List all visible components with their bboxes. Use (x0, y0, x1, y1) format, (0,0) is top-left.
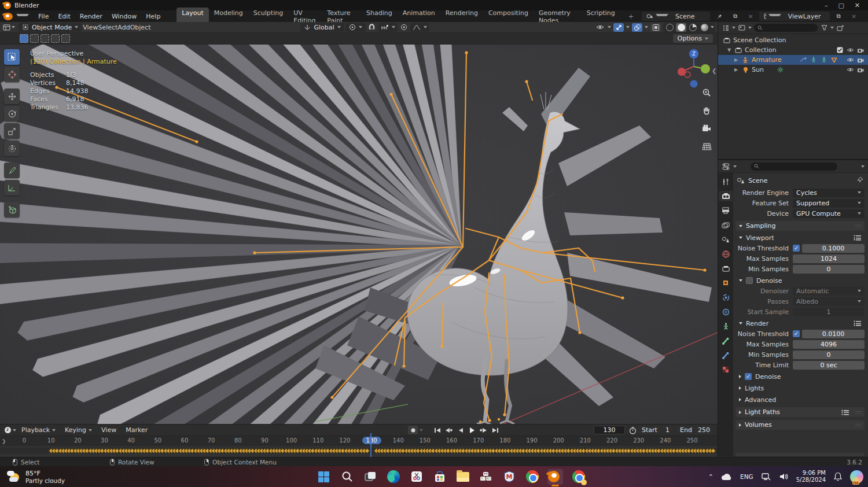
speaker-icon[interactable] (779, 473, 789, 481)
render-engine-dropdown[interactable]: Cycles (793, 189, 865, 197)
frame-end-field[interactable]: End250 (676, 426, 713, 434)
hide-eye-icon[interactable] (846, 67, 854, 72)
viewlayer-selector[interactable]: ViewLayer (759, 12, 830, 21)
feature-set-dropdown[interactable]: Supported (793, 199, 865, 208)
viewport-menu-select[interactable]: Select (98, 24, 117, 31)
stopwatch-icon[interactable] (628, 426, 637, 434)
navigation-gizmo[interactable]: Z (675, 47, 713, 88)
clock-widget[interactable]: 9:06 PM 5/28/2024 (796, 470, 826, 484)
hide-eye-icon[interactable] (846, 57, 854, 62)
viewport-min-samples-field[interactable]: 0 (793, 265, 865, 274)
overlays-toggle[interactable] (632, 23, 642, 32)
viewport-menu-add[interactable]: Add (117, 24, 130, 31)
advanced-header[interactable]: Advanced (735, 395, 865, 404)
preset-icon[interactable] (854, 235, 861, 241)
passes-dropdown[interactable]: Albedo (793, 297, 865, 306)
render-denoise-checkbox[interactable]: ✓ (745, 373, 752, 380)
weather-widget[interactable]: 85°F Partly cloudy (0, 470, 65, 484)
playhead[interactable] (370, 433, 372, 457)
denoiser-dropdown[interactable]: Automatic (793, 287, 865, 296)
record-button[interactable] (408, 426, 418, 434)
network-icon[interactable] (761, 473, 771, 481)
filter-collection-icon[interactable] (738, 24, 746, 32)
prev-keyframe-button[interactable] (444, 426, 454, 434)
chrome-button[interactable] (524, 469, 540, 485)
tab-object[interactable] (719, 278, 733, 288)
select-invert-button[interactable] (51, 34, 60, 43)
start-button[interactable] (316, 469, 332, 485)
render-camera-icon[interactable] (856, 57, 865, 63)
onedrive-icon[interactable] (721, 473, 733, 481)
falloff-dropdown[interactable] (410, 23, 429, 32)
delete-scene-icon[interactable]: ✕ (744, 12, 757, 21)
volumes-panel-header[interactable]: Volumes∷∷ (735, 420, 865, 430)
preset-icon[interactable] (841, 409, 849, 415)
timeline-menu-view[interactable]: View (97, 426, 120, 434)
task-view-button[interactable] (362, 469, 378, 485)
tab-bone-constraints[interactable] (719, 350, 733, 360)
snap-toggle[interactable] (367, 23, 377, 32)
blender-menu-icon[interactable] (3, 13, 13, 20)
file-explorer-button[interactable] (455, 469, 470, 485)
game-tiles-button[interactable] (478, 469, 494, 485)
search-button[interactable] (339, 469, 355, 485)
move-tool[interactable] (4, 88, 20, 104)
cursor-tool[interactable] (4, 67, 20, 82)
timeline-menu-marker[interactable]: Marker (122, 426, 152, 434)
camera-view-icon[interactable] (700, 122, 713, 135)
outliner-row-armature[interactable]: ▶ Armature (718, 55, 868, 65)
menu-edit[interactable]: Edit (53, 12, 75, 21)
noise-threshold-checkbox[interactable]: ✓ (793, 245, 800, 252)
close-button[interactable]: ✕ (855, 2, 860, 9)
filter-funnel-icon[interactable] (820, 24, 828, 32)
timeline-editor-icon[interactable] (3, 426, 12, 434)
visibility-dropdown[interactable] (595, 23, 605, 32)
outliner-row-sun[interactable]: ▶ Sun (718, 65, 868, 75)
jump-to-end-button[interactable] (490, 426, 500, 434)
timeline-menu-playback[interactable]: Playback (17, 426, 60, 434)
mahjong-button[interactable]: M (501, 469, 517, 485)
edge-button[interactable] (385, 469, 401, 485)
tab-object-constraints[interactable] (719, 307, 733, 317)
expand-icon[interactable]: ▶ (733, 57, 739, 62)
tab-output[interactable] (719, 205, 733, 216)
maximize-button[interactable]: ▢ (838, 2, 844, 9)
render-min-samples-field[interactable]: 0 (793, 351, 865, 359)
proportional-editing-toggle[interactable] (399, 23, 409, 32)
jump-to-start-button[interactable] (432, 426, 442, 434)
select-set-button[interactable] (20, 34, 28, 43)
sampling-viewport-header[interactable]: Viewport (735, 233, 865, 242)
new-viewlayer-icon[interactable]: ⧉ (832, 12, 845, 21)
render-camera-icon[interactable] (856, 47, 865, 53)
snap-target-dropdown[interactable] (378, 23, 398, 32)
viewport-max-samples-field[interactable]: 1024 (793, 254, 865, 263)
blender-taskbar-button[interactable] (547, 469, 563, 485)
shading-wireframe-button[interactable] (664, 23, 675, 32)
delete-viewlayer-icon[interactable]: ✕ (847, 12, 861, 21)
copilot-icon[interactable] (850, 470, 863, 484)
render-noise-threshold-checkbox[interactable]: ✓ (793, 330, 800, 337)
shading-rendered-button[interactable] (699, 23, 709, 32)
properties-editor-icon[interactable] (722, 163, 730, 171)
collection-checkbox[interactable] (836, 47, 844, 53)
gizmos-toggle[interactable] (613, 23, 624, 32)
viewport-denoise-header[interactable]: ✓ Denoise (735, 276, 865, 285)
annotate-tool[interactable] (4, 163, 20, 178)
tab-tool[interactable] (719, 176, 733, 187)
tray-overflow-chevron[interactable]: ⌃ (708, 473, 713, 481)
light-paths-panel-header[interactable]: Light Paths ∷∷ (735, 407, 865, 417)
properties-options-caret-icon[interactable] (861, 165, 865, 168)
properties-search-input[interactable] (751, 163, 837, 171)
microsoft-store-button[interactable] (432, 469, 447, 485)
ortho-grid-icon[interactable] (700, 140, 713, 153)
pin-icon[interactable]: 📌︎ (712, 12, 727, 21)
outliner-row-collection[interactable]: ▼ Collection (718, 45, 868, 55)
menu-render[interactable]: Render (75, 12, 107, 21)
viewport-canvas[interactable]: User Perspective (130) Collection | Arma… (0, 45, 718, 424)
display-mode-icon[interactable] (722, 24, 730, 32)
menu-window[interactable]: Window (107, 12, 141, 21)
timeline-ruler[interactable]: 0102030405060708090100110120130140150160… (0, 436, 718, 446)
frame-start-field[interactable]: Start1 (638, 426, 674, 434)
tab-collection[interactable] (719, 263, 733, 274)
minimize-button[interactable]: – (825, 2, 828, 9)
